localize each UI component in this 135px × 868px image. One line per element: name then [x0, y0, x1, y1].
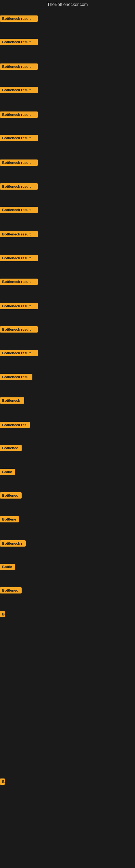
bottleneck-badge-5[interactable]: Bottleneck result [0, 112, 38, 118]
bottleneck-badge-14[interactable]: Bottleneck result [0, 326, 38, 333]
bottleneck-badge-1[interactable]: Bottleneck result [0, 16, 38, 22]
bottleneck-badge-15[interactable]: Bottleneck result [0, 350, 38, 356]
bottleneck-badge-21[interactable]: Bottlenec [0, 492, 21, 499]
site-title-bar: TheBottlenecker.com [0, 0, 135, 8]
bottleneck-badge-22[interactable]: Bottlene [0, 516, 19, 522]
badges-container: Bottleneck resultBottleneck resultBottle… [0, 8, 135, 863]
site-title: TheBottlenecker.com [47, 2, 88, 7]
bottleneck-badge-12[interactable]: Bottleneck result [0, 279, 38, 285]
bottleneck-badge-13[interactable]: Bottleneck result [0, 303, 38, 309]
bottleneck-badge-17[interactable]: Bottleneck [0, 397, 24, 404]
bottleneck-badge-20[interactable]: Bottle [0, 469, 15, 475]
bottleneck-badge-24[interactable]: Bottle [0, 564, 15, 570]
bottleneck-badge-23[interactable]: Bottleneck r [0, 540, 26, 547]
bottleneck-badge-7[interactable]: Bottleneck result [0, 159, 38, 166]
bottleneck-badge-4[interactable]: Bottleneck result [0, 87, 38, 93]
bottleneck-badge-9[interactable]: Bottleneck result [0, 207, 38, 213]
bottleneck-badge-6[interactable]: Bottleneck result [0, 135, 38, 141]
bottleneck-badge-11[interactable]: Bottleneck result [0, 255, 38, 261]
bottleneck-badge-8[interactable]: Bottleneck result [0, 183, 38, 190]
bottleneck-badge-27[interactable]: B [0, 778, 5, 785]
bottleneck-badge-3[interactable]: Bottleneck result [0, 63, 38, 70]
bottleneck-badge-19[interactable]: Bottlenec [0, 445, 21, 451]
bottleneck-badge-10[interactable]: Bottleneck result [0, 231, 38, 237]
bottleneck-badge-18[interactable]: Bottleneck res [0, 422, 30, 428]
bottleneck-badge-2[interactable]: Bottleneck result [0, 39, 38, 45]
bottleneck-badge-25[interactable]: Bottlenec [0, 587, 21, 593]
bottleneck-badge-26[interactable]: B [0, 611, 5, 617]
bottleneck-badge-16[interactable]: Bottleneck resu [0, 374, 32, 380]
